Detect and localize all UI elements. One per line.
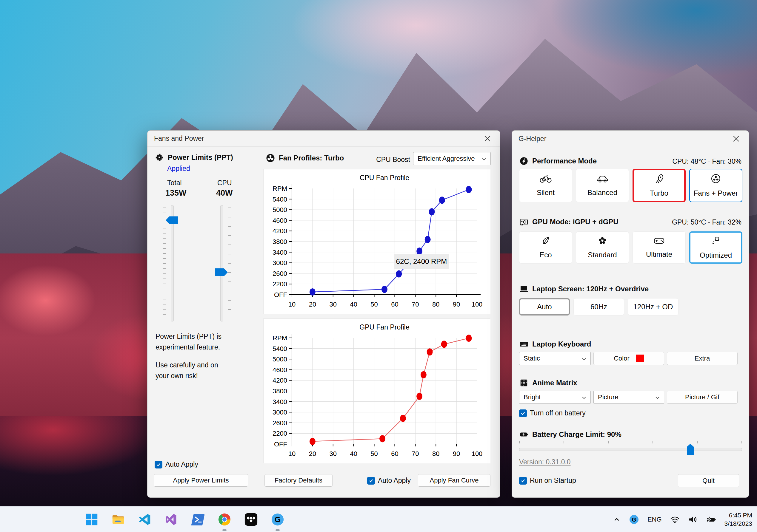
svg-text:G: G [275, 515, 281, 524]
windows-start-icon[interactable] [84, 512, 99, 527]
volume-icon[interactable] [688, 515, 698, 524]
screen-60hz-button[interactable]: 60Hz [573, 298, 624, 316]
close-icon[interactable] [481, 133, 494, 145]
gpu-ultimate-button[interactable]: Ultimate [632, 231, 686, 264]
mode-balanced-button[interactable]: Balanced [576, 169, 629, 202]
svg-text:100: 100 [471, 301, 483, 308]
close-icon[interactable] [730, 133, 742, 145]
screen-auto-button[interactable]: Auto [519, 298, 570, 316]
gamepad-icon [653, 237, 665, 247]
gear-rays-icon [711, 236, 721, 247]
gpu-fan-chart[interactable]: 102030405060708090100OFF2200260030003400… [263, 319, 491, 463]
keyboard-color-swatch [636, 354, 644, 362]
version-link[interactable]: Version: 0.31.0.0 [519, 458, 571, 466]
cpu-fan-chart[interactable]: 102030405060708090100OFF2200260030003400… [263, 169, 491, 314]
taskbar-icons: G [84, 507, 285, 532]
auto-apply-fan-checkbox[interactable]: Auto Apply [367, 477, 411, 485]
svg-text:5400: 5400 [273, 345, 287, 352]
running-indicator [276, 529, 280, 531]
svg-text:90: 90 [453, 450, 460, 458]
total-slider-ticks [163, 208, 166, 319]
mode-fans-power-button[interactable]: Fans + Power [689, 169, 742, 202]
cpu-slider-track[interactable] [220, 205, 223, 322]
chevron-down-icon [482, 155, 486, 162]
cpu-boost-select[interactable]: Efficient Aggressive [413, 152, 491, 165]
keyboard-icon [519, 339, 529, 349]
ghelper-titlebar[interactable]: G-Helper [512, 131, 749, 147]
factory-defaults-button[interactable]: Factory Defaults [264, 474, 333, 487]
anime-battery-checkbox[interactable]: Turn off on battery [519, 409, 586, 417]
file-explorer-icon[interactable] [111, 512, 125, 527]
battery-slider-track[interactable] [519, 448, 742, 451]
keyboard-color-button[interactable]: Color [593, 352, 664, 365]
checkbox-checked-icon[interactable] [519, 477, 527, 485]
power-limits-header: Power Limits (PPT) [155, 153, 233, 162]
fan-icon [266, 153, 275, 163]
chevron-down-icon [582, 393, 586, 401]
battery-limit-slider[interactable] [519, 441, 742, 458]
svg-text:90: 90 [453, 301, 460, 308]
svg-text:4600: 4600 [273, 217, 287, 224]
anime-picture-gif-button[interactable]: Picture / Gif [667, 391, 738, 404]
gpu-optimized-button[interactable]: Optimized [689, 231, 742, 264]
language-indicator[interactable]: ENG [648, 516, 662, 523]
wifi-icon[interactable] [670, 515, 680, 524]
leaf-icon [541, 236, 550, 247]
run-on-startup-checkbox[interactable]: Run on Startup [519, 477, 576, 485]
svg-text:RPM: RPM [273, 334, 287, 342]
quit-button[interactable]: Quit [678, 474, 739, 487]
fan-icon [711, 174, 721, 185]
gpu-standard-button[interactable]: Standard [576, 231, 629, 264]
g-helper-taskbar-icon[interactable]: G [270, 512, 285, 527]
svg-text:4200: 4200 [273, 227, 287, 235]
tidal-icon[interactable] [244, 512, 258, 527]
applied-link[interactable]: Applied [167, 165, 190, 173]
cpu-boost-label: CPU Boost [368, 156, 410, 164]
battery-slider-thumb[interactable] [687, 444, 694, 455]
checkbox-checked-icon[interactable] [367, 477, 375, 485]
g-helper-tray-icon[interactable]: G [629, 515, 639, 524]
fans-window-titlebar[interactable]: Fans and Power [147, 131, 500, 147]
anime-brightness-select[interactable]: Bright [519, 391, 591, 404]
keyboard-extra-button[interactable]: Extra [667, 352, 738, 365]
anime-mode-select[interactable]: Picture [593, 391, 664, 404]
screen-120hz-od-button[interactable]: 120Hz + OD [628, 298, 679, 316]
anime-matrix-header: Anime Matrix [519, 378, 577, 388]
keyboard-mode-select[interactable]: Static [519, 352, 591, 365]
svg-text:40: 40 [350, 450, 357, 458]
chrome-icon[interactable] [217, 512, 232, 527]
mode-silent-button[interactable]: Silent [519, 169, 572, 202]
cpu-slider-thumb[interactable] [215, 268, 228, 276]
checkbox-checked-icon[interactable] [155, 461, 163, 468]
svg-text:10: 10 [288, 450, 295, 458]
svg-text:30: 30 [330, 301, 337, 308]
svg-text:3400: 3400 [273, 398, 287, 406]
svg-text:2200: 2200 [273, 280, 287, 288]
vs-code-icon[interactable] [137, 512, 152, 527]
apply-power-limits-button[interactable]: Apply Power Limits [154, 474, 248, 487]
checkbox-checked-icon[interactable] [519, 409, 527, 417]
visual-studio-icon[interactable] [164, 512, 178, 527]
powershell-icon[interactable] [191, 512, 205, 527]
total-power-slider[interactable] [160, 205, 187, 321]
running-indicator [222, 529, 227, 531]
taskbar-clock[interactable]: 6:45 PM 3/18/2023 [724, 511, 752, 528]
laptop-icon [519, 284, 529, 294]
apply-fan-curve-button[interactable]: Apply Fan Curve [418, 474, 491, 487]
svg-text:3000: 3000 [273, 408, 287, 416]
svg-text:60: 60 [391, 450, 398, 458]
mode-turbo-button[interactable]: Turbo [632, 169, 686, 202]
tray-chevron-up-icon[interactable] [613, 516, 621, 523]
gpu-eco-button[interactable]: Eco [519, 231, 572, 264]
auto-apply-power-checkbox[interactable]: Auto Apply [155, 461, 198, 468]
gpu-fan-chart-panel: 102030405060708090100OFF2200260030003400… [263, 319, 490, 463]
cpu-temp-fan-status: CPU: 48°C - Fan: 30% [672, 157, 742, 165]
svg-text:4200: 4200 [273, 377, 287, 384]
taskbar: G G ENG [0, 506, 757, 532]
system-tray: G ENG 6:45 PM 3/18/2023 [613, 507, 752, 532]
battery-charging-icon[interactable] [706, 515, 716, 524]
cpu-power-slider[interactable] [210, 205, 236, 321]
performance-mode-header: Performance Mode [519, 156, 597, 166]
total-slider-thumb[interactable] [166, 216, 178, 224]
total-label: Total [167, 179, 182, 187]
